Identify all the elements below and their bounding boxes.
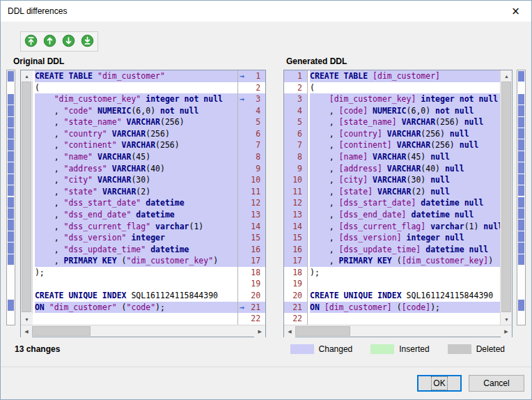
code-line: , "name" VARCHAR(45) [35, 151, 237, 163]
change-marker [8, 197, 14, 208]
code-line: , [country] VARCHAR(256) null [310, 128, 500, 140]
right-vertical-scrollbar[interactable]: ▲ ▼ [500, 70, 512, 325]
left-marker-strip [8, 71, 14, 323]
panel-divider [266, 70, 283, 337]
change-marker [518, 162, 524, 173]
code-line: , "state_name" VARCHAR(256) [35, 116, 237, 128]
change-marker [518, 197, 524, 208]
deleted-color-swatch [448, 344, 471, 354]
last-change-button[interactable] [79, 33, 96, 50]
footer: 13 changes Changed Inserted Deleted [1, 344, 531, 354]
button-area-separator [1, 367, 531, 367]
scroll-down-icon[interactable]: ▼ [21, 314, 33, 325]
diff-panels: ▲ ▼ CREATE TABLE "dim_customer"( "dim_cu… [1, 70, 531, 337]
dialog-buttons: OK Cancel [417, 375, 524, 392]
change-marker [8, 185, 14, 196]
code-line: , [address] VARCHAR(40) null [310, 163, 500, 175]
left-horizontal-scrollbar[interactable]: ◀ ▶ [21, 325, 265, 337]
line-number: 10 [238, 174, 265, 186]
code-line: , [dss_update_time] datetime null [310, 244, 500, 256]
line-number: 16 [238, 244, 265, 256]
scroll-up-icon[interactable]: ▲ [501, 70, 512, 82]
deleted-label: Deleted [476, 344, 505, 354]
inserted-label: Inserted [399, 344, 429, 354]
scroll-up-icon[interactable]: ▲ [21, 70, 33, 82]
left-change-overview-strip[interactable] [6, 70, 15, 325]
left-code[interactable]: CREATE TABLE "dim_customer"( "dim_custom… [33, 70, 237, 325]
line-number: 9 [238, 163, 265, 175]
original-ddl-title: Original DDL [13, 56, 64, 66]
ddl-differences-dialog: DDL differences × Original DDL [0, 0, 532, 400]
line-number: 8 [238, 151, 265, 163]
code-line: CREATE TABLE "dim_customer" [35, 70, 237, 82]
scroll-down-icon[interactable]: ▼ [501, 314, 512, 325]
change-marker [8, 220, 14, 230]
previous-change-icon [42, 33, 57, 50]
scroll-left-icon[interactable]: ◀ [284, 325, 295, 337]
code-line: , "city" VARCHAR(30) [35, 174, 237, 186]
change-marker [518, 174, 524, 185]
code-line: ( [35, 82, 237, 94]
line-number: 14 [284, 221, 307, 233]
close-button[interactable]: × [500, 1, 531, 22]
legend-changed: Changed [290, 344, 353, 354]
line-number: 12 [284, 197, 307, 209]
code-line: ); [310, 267, 500, 279]
left-vscroll-thumb[interactable] [22, 82, 31, 312]
cancel-button[interactable]: Cancel [469, 375, 524, 392]
right-vscroll-thumb[interactable] [501, 82, 511, 312]
panel-titles: Original DDL Generated DDL [1, 56, 531, 68]
left-vertical-scrollbar[interactable]: ▲ ▼ [21, 70, 33, 325]
line-number: 15 [238, 232, 265, 244]
scroll-right-icon[interactable]: ▶ [501, 325, 512, 337]
left-hscroll-thumb[interactable] [32, 326, 91, 336]
change-marker [8, 231, 14, 242]
generated-ddl-editor: 12345678910111213141516171819202122 CREA… [283, 70, 513, 337]
right-change-overview-strip[interactable] [517, 70, 526, 325]
line-number: →21 [238, 302, 265, 314]
line-number: 13 [238, 209, 265, 221]
line-number: 2 [284, 82, 307, 94]
previous-change-button[interactable] [41, 33, 58, 50]
change-marker [8, 94, 14, 105]
left-gutter: →12→34567891011121314151617181920→2122 [237, 70, 265, 325]
code-line: , "state" VARCHAR(2) [35, 186, 237, 198]
scroll-left-icon[interactable]: ◀ [21, 325, 32, 337]
change-marker [518, 185, 524, 196]
line-number: 1 [284, 70, 307, 82]
line-number: 11 [284, 186, 307, 198]
code-line: "dim_customer_key" integer not null [35, 93, 237, 105]
ok-button[interactable]: OK [417, 375, 462, 392]
change-marker [8, 128, 14, 139]
change-marker [518, 117, 524, 128]
original-ddl-editor: ▲ ▼ CREATE TABLE "dim_customer"( "dim_cu… [20, 70, 266, 337]
code-line [35, 313, 237, 325]
line-number: 5 [284, 116, 307, 128]
code-line: , [state] VARCHAR(2) null [310, 186, 500, 198]
code-line: CREATE UNIQUE INDEX SQL161124115844390 [35, 290, 237, 302]
next-change-button[interactable] [60, 33, 77, 50]
right-horizontal-scrollbar[interactable]: ◀ ▶ [284, 325, 512, 337]
right-marker-strip [518, 71, 524, 323]
change-marker [8, 208, 14, 219]
line-number: 14 [238, 221, 265, 233]
change-marker [518, 220, 524, 230]
change-marker [518, 94, 524, 105]
line-number: 5 [238, 116, 265, 128]
first-change-button[interactable] [22, 33, 40, 50]
line-number: 4 [284, 105, 307, 117]
right-hscroll-thumb[interactable] [295, 326, 350, 336]
line-number: 18 [284, 267, 307, 279]
change-marker [518, 243, 524, 253]
code-line: , [code] NUMERIC(6,0) not null [310, 105, 500, 117]
right-code[interactable]: CREATE TABLE [dim_customer]( [dim_custom… [308, 70, 500, 325]
changes-count: 13 changes [15, 344, 60, 354]
code-line: , "address" VARCHAR(40) [35, 163, 237, 175]
line-number: 4 [238, 105, 265, 117]
code-line: , "dss_version" integer [35, 232, 237, 244]
change-marker [518, 231, 524, 242]
change-marker [8, 254, 14, 265]
line-number: 2 [238, 82, 265, 94]
code-line [35, 278, 237, 290]
scroll-right-icon[interactable]: ▶ [254, 325, 265, 337]
